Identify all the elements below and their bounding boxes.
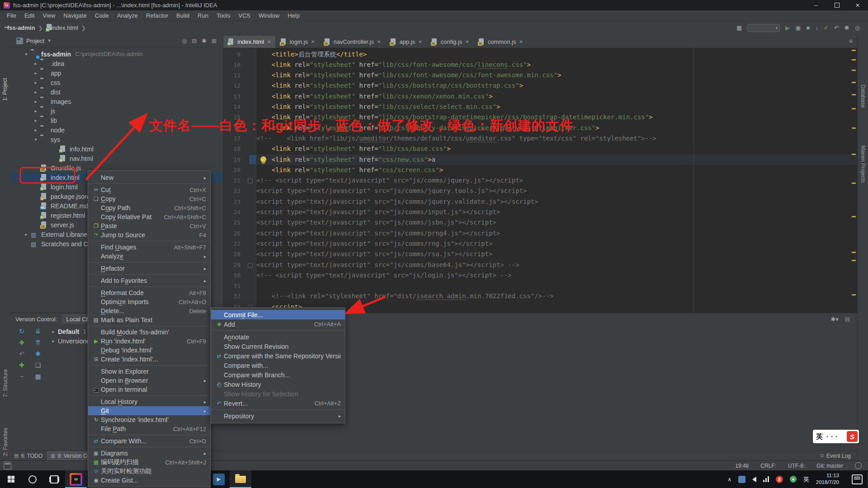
start-button[interactable] [0, 470, 22, 488]
menu-item-new[interactable]: New▸ [88, 173, 210, 182]
tree-item-info-html[interactable]: Hinfo.html [10, 144, 223, 154]
collapse-all-icon[interactable]: ⊟ [192, 38, 197, 44]
menu-tools[interactable]: Tools [212, 10, 234, 21]
tool-tab-database[interactable]: Database [860, 80, 866, 113]
status-crlf[interactable]: CRLF: [760, 463, 776, 469]
editor-menu-icon[interactable]: ≡ [844, 38, 857, 45]
menu-item-revert[interactable]: ↶Revert...Ctrl+Alt+Z [211, 399, 345, 408]
menu-item-jump-to-source[interactable]: ↷Jump to SourceF4 [88, 230, 210, 239]
toolwindow-grid-icon[interactable]: ▦ [736, 24, 742, 31]
tab-config-js[interactable]: JSconfig.js✕ [427, 36, 473, 48]
menu-item-compare-with[interactable]: Compare with... [211, 361, 345, 370]
menu-item-commit-file[interactable]: Commit File... [211, 310, 345, 319]
search-icon[interactable]: ◎ [855, 24, 860, 31]
tree-item-app[interactable]: ▸app [10, 68, 223, 78]
menu-item-run-index-html[interactable]: ▶Run 'index.html'Ctrl+F9 [88, 337, 210, 346]
chevron-right-icon[interactable]: ▸ [22, 232, 31, 237]
input-language-indicator[interactable]: 英 [803, 475, 809, 483]
tab-index-html[interactable]: Hindex.html✕ [223, 36, 275, 48]
menu-run[interactable]: Run [193, 10, 212, 21]
chevron-right-icon[interactable]: ▸ [31, 70, 40, 75]
toolwindow-toggle-icon[interactable] [4, 462, 11, 469]
menu-item-diagrams[interactable]: ▣Diagrams▸ [88, 449, 210, 458]
menu-vcs[interactable]: VCS [234, 10, 255, 21]
chevron-down-icon[interactable]: ▾ [22, 52, 31, 56]
tray-expand-icon[interactable]: ∧ [727, 476, 731, 483]
menu-item-analyze[interactable]: Analyze▸ [88, 252, 210, 261]
debug-icon[interactable]: ▣ [795, 24, 801, 31]
menu-navigate[interactable]: Navigate [59, 10, 90, 21]
event-log-button[interactable]: ⊙ Event Log [820, 453, 857, 459]
menu-build[interactable]: Build [172, 10, 193, 21]
menu-item-optimize-imports[interactable]: Optimize ImportsCtrl+Alt+O [88, 297, 210, 306]
menu-item-create-gist[interactable]: ◉Create Gist... [88, 476, 210, 485]
menu-item-cut[interactable]: ✂CutCtrl+X [88, 185, 210, 194]
menu-view[interactable]: View [38, 10, 59, 21]
tree-item-dist[interactable]: ▸dist [10, 87, 223, 97]
settings-icon[interactable]: ✱ [844, 24, 849, 31]
copy-icon[interactable]: ❏ [35, 361, 41, 369]
fold-marker-icon[interactable] [248, 263, 253, 268]
sogou-input-toolbar[interactable]: 英 S [813, 430, 859, 443]
tree-item-js[interactable]: ▸js [10, 106, 223, 116]
chevron-right-icon[interactable]: ▸ [31, 80, 40, 85]
tool-tab-structure[interactable]: 7: Structure [2, 364, 9, 402]
undo-icon[interactable]: ↶ [834, 24, 839, 31]
tree-item-images[interactable]: ▸images [10, 97, 223, 106]
hide-panel-icon[interactable]: ⊞ [212, 38, 217, 44]
menu-refactor[interactable]: Refactor [142, 10, 172, 21]
action-center-icon[interactable] [852, 474, 863, 484]
expand-all-icon[interactable]: ⇊ [35, 328, 41, 335]
menu-window[interactable]: Window [255, 10, 283, 21]
tree-item-sys[interactable]: ▾sys [10, 135, 223, 144]
menu-item-refactor[interactable]: Refactor▸ [88, 264, 210, 273]
locate-file-icon[interactable]: ◎ [182, 38, 187, 44]
menu-item-mark-as-plain-text[interactable]: ▤Mark as Plain Text [88, 315, 210, 324]
menu-item-build-module-fss-admin[interactable]: Build Module 'fss-admin' [88, 328, 210, 337]
menu-help[interactable]: Help [283, 10, 304, 21]
close-icon[interactable]: ✕ [267, 39, 271, 44]
vcs-commit-icon[interactable]: ✔ [824, 24, 829, 31]
status-git-master[interactable]: Git: master [816, 463, 843, 469]
tab-app-js[interactable]: JSapp.js✕ [386, 36, 426, 48]
chevron-right-icon[interactable]: ▸ [31, 61, 40, 66]
taskbar-app-button[interactable]: ▶ [208, 470, 230, 488]
clock[interactable]: 11:13 2018/7/20 [816, 472, 839, 486]
details-icon[interactable]: ▦ [35, 373, 41, 380]
cortana-button[interactable] [22, 470, 43, 488]
menu-file[interactable]: File [3, 10, 20, 21]
chevron-right-icon[interactable]: ▸ [49, 338, 58, 343]
refresh-icon[interactable]: ↻ [19, 328, 24, 335]
menu-item-open-in-terminal[interactable]: >_Open in terminal [88, 385, 210, 394]
menu-item-paste[interactable]: ❐PasteCtrl+V [88, 221, 210, 230]
task-view-button[interactable] [43, 470, 65, 488]
menu-item-item-29[interactable]: ⊘关闭实时检测功能 [88, 467, 210, 476]
menu-item-synchronize-index-html[interactable]: ↻Synchronize 'index.html' [88, 415, 210, 424]
menu-item-git[interactable]: Git▸ [88, 406, 210, 415]
chevron-right-icon[interactable]: ▸ [49, 329, 58, 334]
menu-item-show-current-revision[interactable]: Show Current Revision [211, 342, 345, 351]
vcs-update-icon[interactable]: ↓ [815, 24, 818, 31]
menu-item-local-history[interactable]: Local History▸ [88, 397, 210, 406]
menu-item-add-to-favorites[interactable]: Add to Favorites▸ [88, 276, 210, 285]
menu-code[interactable]: Code [91, 10, 113, 21]
chevron-right-icon[interactable]: ▸ [31, 118, 40, 123]
tool-tab-6-todo[interactable]: ▤6: TODO [10, 451, 47, 461]
hide-panel-icon[interactable]: ⊟ [845, 316, 850, 323]
sogou-tray-icon[interactable]: S [776, 476, 783, 483]
add-icon[interactable]: ✚ [19, 361, 24, 369]
cherry-pick-icon[interactable]: ❖ [19, 339, 25, 346]
breadcrumb-project[interactable]: fss-admin [7, 24, 35, 31]
menu-item-show-history[interactable]: ◴Show History [211, 380, 345, 389]
menu-item-file-path[interactable]: File PathCtrl+Alt+F12 [88, 424, 210, 433]
close-icon[interactable]: ✕ [418, 39, 422, 44]
menu-item-copy-relative-path[interactable]: Copy Relative PathCtrl+Alt+Shift+C [88, 212, 210, 221]
menu-item-create-index-html[interactable]: ⊞Create 'index.html'... [88, 355, 210, 364]
tab-login-js[interactable]: JSlogin.js✕ [276, 36, 319, 48]
menu-item-annotate[interactable]: Annotate [211, 332, 345, 342]
tree-item-idea[interactable]: ▸.idea [10, 59, 223, 68]
run-icon[interactable]: ▶ [785, 24, 790, 31]
menu-edit[interactable]: Edit [20, 10, 38, 21]
minus-icon[interactable]: − [20, 373, 24, 380]
menu-item-open-in-browser[interactable]: Open in Browser▸ [88, 376, 210, 385]
